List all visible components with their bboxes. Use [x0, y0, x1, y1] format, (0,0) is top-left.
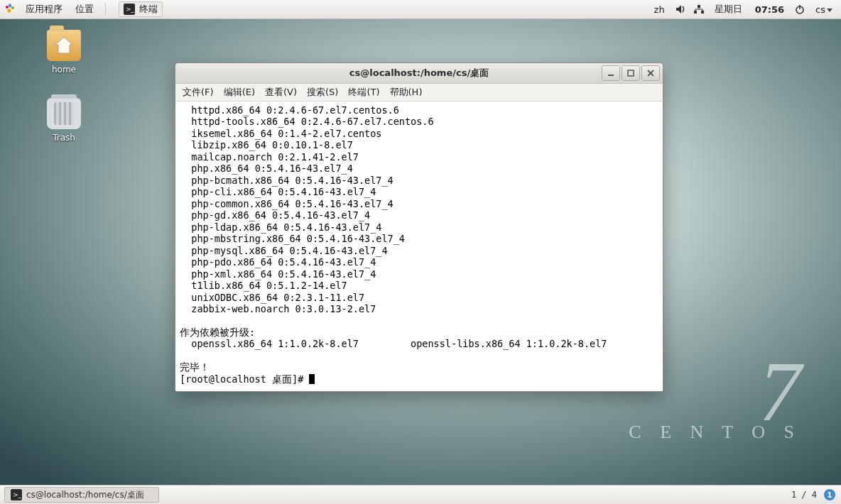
desktop[interactable]: 应用程序 位置 >_ 终端 zh 星期日 07:56 cs home Trash: [0, 0, 841, 504]
svg-text:>_: >_: [126, 6, 135, 13]
taskbar-app-terminal[interactable]: >_ 终端: [119, 1, 163, 17]
titlebar[interactable]: cs@localhost:/home/cs/桌面: [175, 63, 663, 84]
folder-home-icon: [47, 30, 81, 61]
svg-marker-12: [55, 37, 72, 53]
terminal-icon: >_: [11, 489, 22, 500]
notification-badge[interactable]: 1: [824, 489, 835, 500]
svg-point-0: [6, 6, 9, 9]
window-close-button[interactable]: [641, 65, 660, 81]
clock-time[interactable]: 07:56: [752, 4, 787, 15]
window-title: cs@localhost:/home/cs/桌面: [175, 67, 663, 80]
menu-view[interactable]: 查看(V): [265, 86, 297, 99]
svg-rect-8: [694, 11, 697, 13]
ime-indicator[interactable]: zh: [651, 4, 668, 15]
network-icon[interactable]: [693, 4, 705, 15]
clock-day[interactable]: 星期日: [712, 3, 745, 16]
svg-rect-9: [701, 11, 704, 13]
window-minimize-button[interactable]: [602, 65, 620, 81]
terminal-body[interactable]: httpd.x86_64 0:2.4.6-67.el7.centos.6 htt…: [175, 102, 663, 391]
separator: [105, 3, 106, 16]
svg-text:>_: >_: [13, 491, 22, 498]
menu-applications[interactable]: 应用程序: [23, 3, 65, 16]
svg-point-1: [9, 4, 12, 8]
top-panel: 应用程序 位置 >_ 终端 zh 星期日 07:56 cs: [0, 0, 841, 19]
svg-marker-6: [676, 5, 681, 13]
user-menu[interactable]: cs: [813, 4, 835, 15]
window-maximize-button[interactable]: [622, 65, 640, 81]
svg-point-2: [11, 6, 14, 9]
menu-search[interactable]: 搜索(S): [307, 86, 338, 99]
bottom-panel: >_ cs@localhost:/home/cs/桌面 1 / 4 1: [0, 485, 841, 504]
taskbar-window-label: cs@localhost:/home/cs/桌面: [26, 489, 144, 501]
menu-places[interactable]: 位置: [72, 3, 97, 16]
terminal-icon: >_: [124, 4, 135, 15]
desktop-icon-home[interactable]: home: [36, 30, 92, 75]
menu-file[interactable]: 文件(F): [183, 86, 214, 99]
terminal-window: cs@localhost:/home/cs/桌面 文件(F) 编辑(E) 查看(…: [175, 62, 663, 392]
taskbar-window-button[interactable]: >_ cs@localhost:/home/cs/桌面: [4, 487, 159, 503]
volume-icon[interactable]: [675, 4, 686, 15]
desktop-icon-label: home: [52, 65, 76, 75]
cursor: [309, 374, 315, 384]
desktop-icon-trash[interactable]: Trash: [36, 98, 92, 143]
svg-point-3: [7, 9, 11, 12]
menu-terminal[interactable]: 终端(T): [348, 86, 379, 99]
desktop-icon-label: Trash: [53, 133, 75, 143]
trash-icon: [47, 98, 81, 129]
taskbar-app-label: 终端: [139, 3, 158, 16]
workspace-indicator[interactable]: 1 / 4: [791, 490, 817, 500]
svg-rect-14: [628, 70, 634, 76]
menubar: 文件(F) 编辑(E) 查看(V) 搜索(S) 终端(T) 帮助(H): [175, 84, 663, 102]
svg-rect-7: [698, 5, 700, 8]
menu-help[interactable]: 帮助(H): [390, 86, 423, 99]
gnome-logo-icon: [4, 4, 16, 15]
power-icon[interactable]: [794, 4, 805, 15]
menu-edit[interactable]: 编辑(E): [224, 86, 255, 99]
